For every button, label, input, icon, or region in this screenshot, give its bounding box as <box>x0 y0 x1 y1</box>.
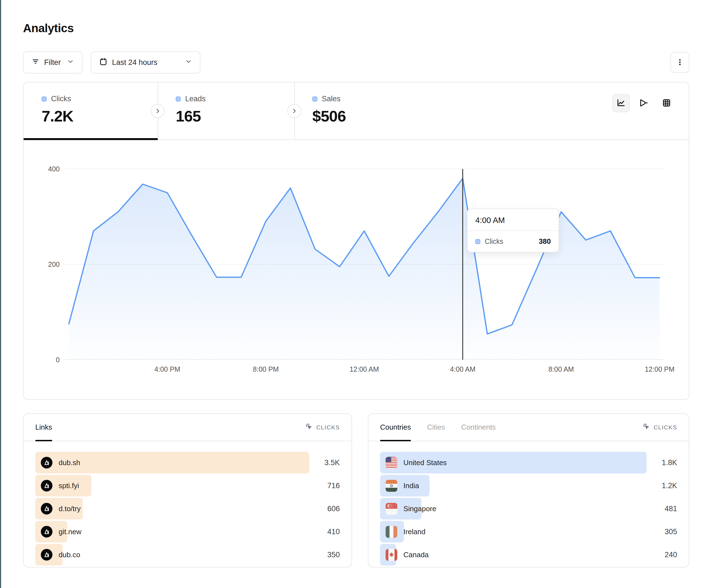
item-value: 350 <box>327 550 340 559</box>
list-item[interactable]: dub.sh3.5K <box>35 452 340 473</box>
list-item[interactable]: dub.co350 <box>35 544 340 566</box>
list-item[interactable]: United States1.8K <box>380 452 677 473</box>
geo-list: United States1.8KIndia1.2KSingapore481Ir… <box>368 441 689 566</box>
tab-sales[interactable]: Sales $506 <box>294 82 489 139</box>
leads-legend-square-icon <box>176 96 181 101</box>
item-label: git.new <box>59 527 81 536</box>
item-label: spti.fyi <box>59 481 79 490</box>
stat-label: Clicks <box>51 95 71 103</box>
filter-button-label: Filter <box>44 58 61 67</box>
analytics-chart-card: Clicks 7.2K Leads 165 <box>23 82 689 400</box>
geo-panel-header: Countries Cities Continents CLICKS <box>368 414 689 441</box>
grid-view-button[interactable] <box>658 94 675 112</box>
list-item[interactable]: git.new410 <box>35 521 340 543</box>
list-item[interactable]: d.to/try606 <box>35 498 340 520</box>
date-range-button[interactable]: Last 24 hours <box>91 51 200 73</box>
cursor-click-icon <box>642 423 650 432</box>
clicks-area-chart[interactable] <box>64 165 664 360</box>
area-fill <box>69 178 660 360</box>
x-tick-label: 4:00 AM <box>450 365 476 373</box>
line-chart-icon <box>616 98 626 109</box>
x-tick-label: 12:00 PM <box>645 365 674 373</box>
three-dots-vertical-icon <box>676 58 684 67</box>
metric-label: CLICKS <box>316 424 340 431</box>
item-value: 410 <box>327 527 340 536</box>
expand-clicks-button[interactable] <box>151 104 165 118</box>
x-tick-label: 4:00 PM <box>154 365 180 373</box>
item-value: 1.8K <box>662 458 677 467</box>
item-label: India <box>403 481 419 490</box>
filter-button[interactable]: Filter <box>23 51 83 73</box>
tooltip-series-label: Clicks <box>485 238 503 246</box>
dub-logo-icon <box>41 457 52 469</box>
list-item[interactable]: Ireland305 <box>380 521 677 543</box>
tab-leads[interactable]: Leads 165 <box>158 82 294 139</box>
links-metric-toggle[interactable]: CLICKS <box>305 423 340 432</box>
item-label: dub.sh <box>59 458 80 467</box>
tab-label: Countries <box>380 423 411 432</box>
stat-value: $506 <box>312 107 489 125</box>
dub-logo-icon <box>41 503 52 515</box>
more-options-button[interactable] <box>670 52 689 73</box>
tab-clicks[interactable]: Clicks 7.2K <box>24 82 158 139</box>
item-value: 606 <box>327 504 340 513</box>
analytics-page: Analytics Filter Last 24 hours <box>23 0 689 35</box>
tooltip-legend-square-icon <box>475 239 480 244</box>
links-panel: Links CLICKS dub.sh3.5Kspti.fyi716d.to/t… <box>23 413 352 567</box>
list-item[interactable]: Canada240 <box>380 544 677 566</box>
line-chart-view-button[interactable] <box>612 94 630 112</box>
x-tick-label: 8:00 PM <box>253 365 279 373</box>
chart-tooltip: 4:00 AM Clicks 380 <box>467 208 559 252</box>
stat-value: 7.2K <box>42 107 158 125</box>
geo-metric-toggle[interactable]: CLICKS <box>642 423 677 432</box>
expand-leads-button[interactable] <box>287 104 301 118</box>
item-value: 240 <box>665 550 677 559</box>
stat-value: 165 <box>176 107 294 125</box>
chart-view-switcher <box>612 94 675 112</box>
list-item[interactable]: India1.2K <box>380 475 677 496</box>
links-list: dub.sh3.5Kspti.fyi716d.to/try606git.new4… <box>24 441 351 566</box>
metric-label: CLICKS <box>653 424 677 431</box>
geo-panel: Countries Cities Continents CLICKS Unite… <box>368 413 689 567</box>
left-edge-accent <box>0 0 1 588</box>
toolbar: Filter Last 24 hours <box>23 51 689 73</box>
item-label: United States <box>403 458 447 467</box>
grid-icon <box>662 98 671 109</box>
dub-logo-icon <box>41 526 52 538</box>
item-label: d.to/try <box>59 504 81 513</box>
flag-ie-icon <box>386 526 397 538</box>
clicks-legend-square-icon <box>42 96 47 101</box>
x-tick-label: 8:00 AM <box>548 365 574 373</box>
links-panel-header: Links CLICKS <box>24 414 351 441</box>
dub-logo-icon <box>41 480 52 492</box>
stat-label: Leads <box>185 95 206 103</box>
item-value: 1.2K <box>662 481 677 490</box>
tab-label: Cities <box>427 423 445 432</box>
list-item[interactable]: Singapore481 <box>380 498 677 520</box>
sales-legend-square-icon <box>312 96 317 101</box>
tooltip-time: 4:00 AM <box>468 209 559 231</box>
flag-us-icon <box>386 457 397 469</box>
filter-icon <box>31 58 40 68</box>
item-label: Singapore <box>403 504 436 513</box>
x-tick-label: 12:00 AM <box>349 365 379 373</box>
tab-cities[interactable]: Cities <box>427 414 445 441</box>
tab-continents[interactable]: Continents <box>461 414 496 441</box>
flag-in-icon <box>386 480 397 492</box>
tooltip-value: 380 <box>539 237 551 246</box>
list-item[interactable]: spti.fyi716 <box>35 475 340 496</box>
tab-links[interactable]: Links <box>35 414 52 441</box>
item-value: 481 <box>665 504 677 513</box>
item-value: 716 <box>327 481 340 490</box>
page-title: Analytics <box>23 22 689 35</box>
dub-logo-icon <box>41 549 52 561</box>
chevron-down-icon <box>67 58 74 67</box>
item-value: 305 <box>665 527 677 536</box>
flag-ca-icon <box>386 549 397 561</box>
tab-countries[interactable]: Countries <box>380 414 411 441</box>
y-tick-label: 200 <box>35 261 60 269</box>
item-value: 3.5K <box>324 458 340 467</box>
chevron-down-icon <box>185 58 192 67</box>
funnel-view-button[interactable] <box>635 94 653 112</box>
funnel-icon <box>639 98 649 109</box>
